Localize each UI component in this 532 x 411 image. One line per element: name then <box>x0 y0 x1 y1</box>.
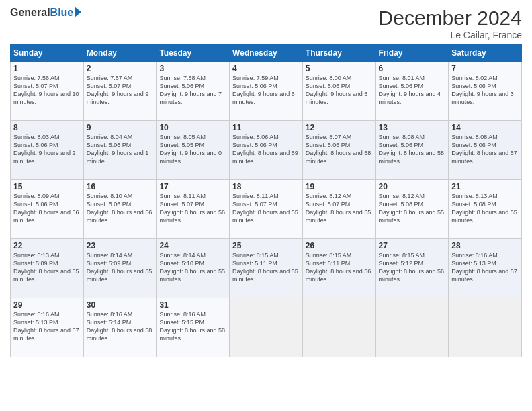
day-number: 4 <box>232 64 300 73</box>
calendar-cell: 4Sunrise: 7:59 AMSunset: 5:06 PMDaylight… <box>230 62 303 121</box>
cell-details: Sunrise: 8:07 AMSunset: 5:06 PMDaylight:… <box>306 133 373 166</box>
day-number: 17 <box>159 182 226 191</box>
day-number: 20 <box>379 182 446 191</box>
day-number: 19 <box>306 182 373 191</box>
cell-details: Sunrise: 7:57 AMSunset: 5:07 PMDaylight:… <box>87 74 154 107</box>
cell-details: Sunrise: 8:16 AMSunset: 5:13 PMDaylight:… <box>13 310 81 343</box>
cell-details: Sunrise: 8:00 AMSunset: 5:06 PMDaylight:… <box>306 74 373 107</box>
day-number: 30 <box>87 300 154 310</box>
calendar-cell <box>375 298 449 357</box>
logo-text: GeneralBlue <box>10 7 81 19</box>
calendar-cell: 22Sunrise: 8:13 AMSunset: 5:09 PMDayligh… <box>11 239 84 298</box>
calendar-cell: 5Sunrise: 8:00 AMSunset: 5:06 PMDaylight… <box>302 62 375 121</box>
day-number: 18 <box>232 182 300 191</box>
day-number: 31 <box>159 300 226 310</box>
calendar-week-4: 22Sunrise: 8:13 AMSunset: 5:09 PMDayligh… <box>11 239 522 298</box>
calendar-cell: 29Sunrise: 8:16 AMSunset: 5:13 PMDayligh… <box>11 298 84 357</box>
calendar-cell: 24Sunrise: 8:14 AMSunset: 5:10 PMDayligh… <box>157 239 230 298</box>
cell-details: Sunrise: 7:56 AMSunset: 5:07 PMDaylight:… <box>13 74 81 107</box>
page-container: GeneralBlue December 2024 Le Cailar, Fra… <box>0 0 532 411</box>
calendar-cell: 9Sunrise: 8:04 AMSunset: 5:06 PMDaylight… <box>83 121 157 180</box>
cell-details: Sunrise: 8:05 AMSunset: 5:05 PMDaylight:… <box>159 133 226 166</box>
calendar-cell: 1Sunrise: 7:56 AMSunset: 5:07 PMDaylight… <box>11 62 84 121</box>
calendar-cell: 30Sunrise: 8:16 AMSunset: 5:14 PMDayligh… <box>83 298 157 357</box>
calendar-cell <box>230 298 303 357</box>
day-number: 27 <box>379 241 446 250</box>
day-number: 9 <box>87 123 154 132</box>
calendar-cell: 28Sunrise: 8:16 AMSunset: 5:13 PMDayligh… <box>449 239 522 298</box>
calendar-cell: 31Sunrise: 8:16 AMSunset: 5:15 PMDayligh… <box>157 298 230 357</box>
day-header-saturday: Saturday <box>449 45 522 62</box>
calendar-cell: 23Sunrise: 8:14 AMSunset: 5:09 PMDayligh… <box>83 239 157 298</box>
cell-details: Sunrise: 8:03 AMSunset: 5:06 PMDaylight:… <box>13 133 81 166</box>
cell-details: Sunrise: 8:14 AMSunset: 5:10 PMDaylight:… <box>159 251 226 284</box>
day-header-monday: Monday <box>83 45 157 62</box>
calendar-header: SundayMondayTuesdayWednesdayThursdayFrid… <box>11 45 522 62</box>
day-header-wednesday: Wednesday <box>230 45 303 62</box>
day-number: 22 <box>13 241 81 250</box>
calendar-cell: 26Sunrise: 8:15 AMSunset: 5:11 PMDayligh… <box>302 239 375 298</box>
calendar-cell <box>302 298 375 357</box>
day-number: 8 <box>13 123 81 132</box>
header-row: SundayMondayTuesdayWednesdayThursdayFrid… <box>11 45 522 62</box>
calendar-cell: 12Sunrise: 8:07 AMSunset: 5:06 PMDayligh… <box>302 121 375 180</box>
calendar-week-5: 29Sunrise: 8:16 AMSunset: 5:13 PMDayligh… <box>11 298 522 357</box>
day-number: 21 <box>451 182 519 191</box>
day-number: 11 <box>232 123 300 132</box>
calendar-cell: 3Sunrise: 7:58 AMSunset: 5:06 PMDaylight… <box>157 62 230 121</box>
calendar-week-1: 1Sunrise: 7:56 AMSunset: 5:07 PMDaylight… <box>11 62 522 121</box>
calendar-body: 1Sunrise: 7:56 AMSunset: 5:07 PMDaylight… <box>11 62 522 357</box>
cell-details: Sunrise: 8:01 AMSunset: 5:06 PMDaylight:… <box>379 74 446 107</box>
cell-details: Sunrise: 7:58 AMSunset: 5:06 PMDaylight:… <box>159 74 226 107</box>
cell-details: Sunrise: 8:14 AMSunset: 5:09 PMDaylight:… <box>87 251 154 284</box>
calendar-cell: 21Sunrise: 8:13 AMSunset: 5:08 PMDayligh… <box>449 180 522 239</box>
cell-details: Sunrise: 8:06 AMSunset: 5:06 PMDaylight:… <box>232 133 300 166</box>
cell-details: Sunrise: 8:08 AMSunset: 5:06 PMDaylight:… <box>451 133 519 166</box>
cell-details: Sunrise: 8:16 AMSunset: 5:15 PMDaylight:… <box>159 310 226 343</box>
calendar-cell: 16Sunrise: 8:10 AMSunset: 5:06 PMDayligh… <box>83 180 157 239</box>
calendar-cell: 19Sunrise: 8:12 AMSunset: 5:07 PMDayligh… <box>302 180 375 239</box>
day-number: 10 <box>159 123 226 132</box>
calendar-cell: 14Sunrise: 8:08 AMSunset: 5:06 PMDayligh… <box>449 121 522 180</box>
cell-details: Sunrise: 8:11 AMSunset: 5:07 PMDaylight:… <box>232 192 300 225</box>
cell-details: Sunrise: 8:09 AMSunset: 5:06 PMDaylight:… <box>13 192 81 225</box>
cell-details: Sunrise: 7:59 AMSunset: 5:06 PMDaylight:… <box>232 74 300 107</box>
day-number: 24 <box>159 241 226 250</box>
day-header-tuesday: Tuesday <box>157 45 230 62</box>
logo: GeneralBlue <box>10 7 81 19</box>
day-number: 29 <box>13 300 81 310</box>
cell-details: Sunrise: 8:15 AMSunset: 5:11 PMDaylight:… <box>306 251 373 284</box>
calendar-cell: 11Sunrise: 8:06 AMSunset: 5:06 PMDayligh… <box>230 121 303 180</box>
cell-details: Sunrise: 8:13 AMSunset: 5:08 PMDaylight:… <box>451 192 519 225</box>
day-number: 23 <box>87 241 154 250</box>
calendar-cell: 17Sunrise: 8:11 AMSunset: 5:07 PMDayligh… <box>157 180 230 239</box>
day-number: 12 <box>306 123 373 132</box>
subtitle: Le Cailar, France <box>379 30 522 40</box>
logo-arrow-icon <box>75 7 81 17</box>
calendar-cell: 13Sunrise: 8:08 AMSunset: 5:06 PMDayligh… <box>375 121 449 180</box>
day-number: 6 <box>379 64 446 73</box>
day-number: 7 <box>451 64 519 73</box>
day-number: 3 <box>159 64 226 73</box>
calendar-cell: 18Sunrise: 8:11 AMSunset: 5:07 PMDayligh… <box>230 180 303 239</box>
title-block: December 2024 Le Cailar, France <box>379 7 522 40</box>
main-title: December 2024 <box>379 7 522 30</box>
calendar-cell: 8Sunrise: 8:03 AMSunset: 5:06 PMDaylight… <box>11 121 84 180</box>
day-number: 2 <box>87 64 154 73</box>
calendar-cell: 20Sunrise: 8:12 AMSunset: 5:08 PMDayligh… <box>375 180 449 239</box>
calendar-table: SundayMondayTuesdayWednesdayThursdayFrid… <box>10 44 522 357</box>
cell-details: Sunrise: 8:12 AMSunset: 5:07 PMDaylight:… <box>306 192 373 225</box>
day-number: 28 <box>451 241 519 250</box>
calendar-cell: 27Sunrise: 8:15 AMSunset: 5:12 PMDayligh… <box>375 239 449 298</box>
cell-details: Sunrise: 8:16 AMSunset: 5:14 PMDaylight:… <box>87 310 154 343</box>
calendar-cell: 7Sunrise: 8:02 AMSunset: 5:06 PMDaylight… <box>449 62 522 121</box>
header: GeneralBlue December 2024 Le Cailar, Fra… <box>10 7 522 40</box>
day-header-sunday: Sunday <box>11 45 84 62</box>
cell-details: Sunrise: 8:13 AMSunset: 5:09 PMDaylight:… <box>13 251 81 284</box>
day-number: 26 <box>306 241 373 250</box>
cell-details: Sunrise: 8:08 AMSunset: 5:06 PMDaylight:… <box>379 133 446 166</box>
cell-details: Sunrise: 8:04 AMSunset: 5:06 PMDaylight:… <box>87 133 154 166</box>
logo-blue: Blue <box>50 7 74 19</box>
calendar-week-2: 8Sunrise: 8:03 AMSunset: 5:06 PMDaylight… <box>11 121 522 180</box>
cell-details: Sunrise: 8:15 AMSunset: 5:12 PMDaylight:… <box>379 251 446 284</box>
